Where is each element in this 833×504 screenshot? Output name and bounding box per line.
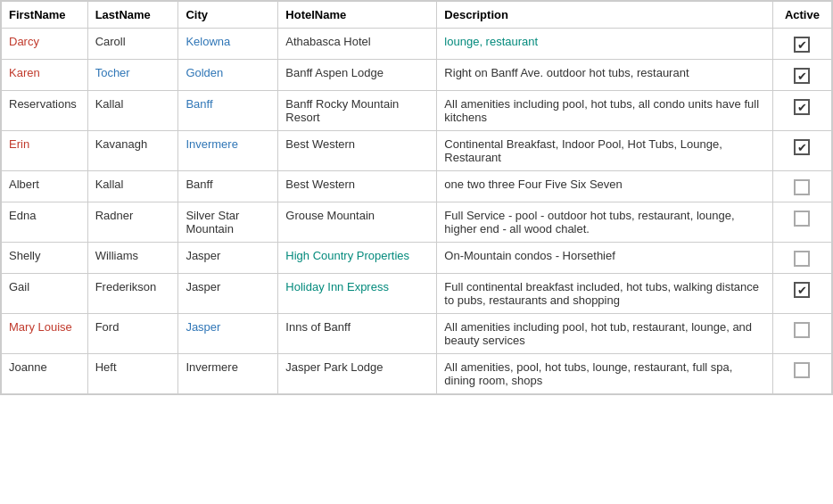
cell-city: Jasper (178, 243, 278, 274)
table-row: KarenTocherGoldenBanff Aspen LodgeRight … (2, 60, 832, 91)
cell-hotelname: Best Western (278, 171, 437, 202)
cell-description: lounge, restaurant (437, 29, 772, 60)
cell-firstname: Karen (2, 60, 88, 91)
cell-description: All amenities including pool, hot tubs, … (437, 91, 772, 131)
reservations-table: FirstName LastName City HotelName Descri… (1, 1, 832, 394)
col-header-hotelname: HotelName (278, 2, 437, 29)
checkbox-checked[interactable] (794, 282, 810, 298)
cell-description: Full continental breakfast included, hot… (437, 274, 772, 314)
main-table-container: FirstName LastName City HotelName Descri… (0, 0, 833, 395)
table-header-row: FirstName LastName City HotelName Descri… (2, 2, 832, 29)
cell-description: On-Mountain condos - Horsethief (437, 243, 772, 274)
cell-description: All amenities, pool, hot tubs, lounge, r… (437, 354, 772, 394)
cell-firstname: Albert (2, 171, 88, 202)
table-row: JoanneHeftInvermereJasper Park LodgeAll … (2, 354, 832, 394)
cell-city: Invermere (178, 131, 278, 171)
cell-city: Golden (178, 60, 278, 91)
checkbox-unchecked[interactable] (794, 362, 810, 378)
cell-active (772, 29, 831, 60)
hotelname-link[interactable]: Holiday Inn Express (285, 280, 389, 293)
cell-active (772, 314, 831, 354)
cell-description: one two three Four Five Six Seven (437, 171, 772, 202)
checkbox-checked[interactable] (794, 68, 810, 84)
cell-city: Banff (178, 171, 278, 202)
cell-active (772, 354, 831, 394)
cell-lastname: Kavanagh (87, 131, 178, 171)
cell-description: Full Service - pool - outdoor hot tubs, … (437, 202, 772, 243)
checkbox-unchecked[interactable] (794, 322, 810, 338)
description-link[interactable]: lounge, restaurant (444, 35, 538, 48)
cell-active (772, 202, 831, 243)
cell-firstname: Joanne (2, 354, 88, 394)
col-header-active: Active (772, 2, 831, 29)
table-row: AlbertKallalBanffBest Westernone two thr… (2, 171, 832, 202)
cell-firstname: Darcy (2, 29, 88, 60)
checkbox-checked[interactable] (794, 37, 810, 53)
table-row: ReservationsKallalBanffBanff Rocky Mount… (2, 91, 832, 131)
cell-hotelname: Best Western (278, 131, 437, 171)
checkbox-checked[interactable] (794, 99, 810, 115)
lastname-link[interactable]: Tocher (95, 66, 130, 79)
cell-city: Kelowna (178, 29, 278, 60)
cell-firstname: Edna (2, 202, 88, 243)
city-link[interactable]: Invermere (186, 137, 238, 151)
cell-city: Banff (178, 91, 278, 131)
cell-active (772, 274, 831, 314)
checkbox-unchecked[interactable] (794, 251, 810, 267)
cell-lastname: Williams (87, 243, 178, 274)
cell-hotelname: High Country Properties (278, 243, 437, 274)
table-row: ErinKavanaghInvermereBest WesternContine… (2, 131, 832, 171)
cell-hotelname: Grouse Mountain (278, 202, 437, 243)
firstname-link[interactable]: Darcy (9, 35, 39, 48)
firstname-link[interactable]: Karen (9, 66, 40, 79)
cell-description: All amenities including pool, hot tub, r… (437, 314, 772, 354)
table-row: GailFrederiksonJasperHoliday Inn Express… (2, 274, 832, 314)
cell-hotelname: Banff Aspen Lodge (278, 60, 437, 91)
city-link[interactable]: Golden (186, 66, 223, 79)
table-row: DarcyCarollKelownaAthabasca Hotellounge,… (2, 29, 832, 60)
cell-lastname: Kallal (87, 171, 178, 202)
cell-lastname: Heft (87, 354, 178, 394)
col-header-description: Description (437, 2, 772, 29)
cell-city: Jasper (178, 314, 278, 354)
col-header-city: City (178, 2, 278, 29)
cell-firstname: Gail (2, 274, 88, 314)
table-row: ShellyWilliamsJasperHigh Country Propert… (2, 243, 832, 274)
cell-lastname: Ford (87, 314, 178, 354)
cell-firstname: Reservations (2, 91, 88, 131)
cell-active (772, 243, 831, 274)
cell-hotelname: Holiday Inn Express (278, 274, 437, 314)
cell-hotelname: Inns of Banff (278, 314, 437, 354)
cell-hotelname: Jasper Park Lodge (278, 354, 437, 394)
cell-city: Jasper (178, 274, 278, 314)
cell-city: Invermere (178, 354, 278, 394)
city-link[interactable]: Banff (186, 97, 212, 111)
hotelname-link[interactable]: High Country Properties (285, 249, 409, 262)
checkbox-checked[interactable] (794, 139, 810, 155)
cell-city: Silver Star Mountain (178, 202, 278, 243)
cell-firstname: Erin (2, 131, 88, 171)
cell-active (772, 60, 831, 91)
cell-description: Continental Breakfast, Indoor Pool, Hot … (437, 131, 772, 171)
city-link[interactable]: Jasper (186, 320, 220, 334)
checkbox-unchecked[interactable] (794, 179, 810, 195)
checkbox-unchecked[interactable] (794, 211, 810, 227)
cell-lastname: Kallal (87, 91, 178, 131)
cell-hotelname: Banff Rocky Mountain Resort (278, 91, 437, 131)
cell-firstname: Mary Louise (2, 314, 88, 354)
cell-hotelname: Athabasca Hotel (278, 29, 437, 60)
city-link[interactable]: Kelowna (186, 35, 230, 48)
cell-lastname: Radner (87, 202, 178, 243)
cell-lastname: Caroll (87, 29, 178, 60)
table-row: EdnaRadnerSilver Star MountainGrouse Mou… (2, 202, 832, 243)
cell-lastname: Tocher (87, 60, 178, 91)
cell-active (772, 131, 831, 171)
col-header-firstname: FirstName (2, 2, 88, 29)
firstname-link[interactable]: Erin (9, 137, 29, 151)
cell-active (772, 171, 831, 202)
cell-description: Right on Banff Ave. outdoor hot tubs, re… (437, 60, 772, 91)
cell-active (772, 91, 831, 131)
table-body: DarcyCarollKelownaAthabasca Hotellounge,… (2, 29, 832, 394)
firstname-link[interactable]: Mary Louise (9, 320, 72, 334)
table-row: Mary LouiseFordJasperInns of BanffAll am… (2, 314, 832, 354)
